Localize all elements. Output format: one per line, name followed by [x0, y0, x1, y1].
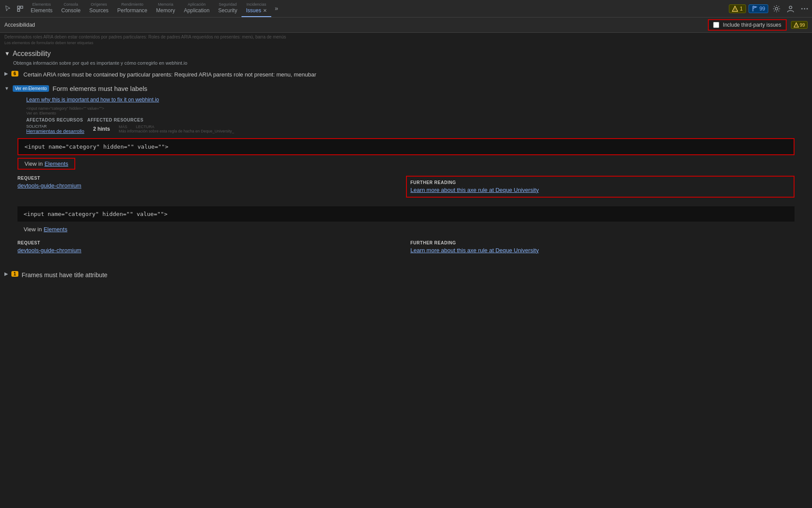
- view-in-link-1[interactable]: Elements: [45, 160, 68, 167]
- svg-point-6: [789, 6, 792, 9]
- form-badge-ver: Ver en: [15, 86, 28, 91]
- tab-security-spanish: Seguridad: [219, 2, 237, 7]
- tab-console-spanish: Consola: [64, 2, 78, 7]
- code-block-1: <input name="category" hidden="" value="…: [18, 138, 794, 155]
- request-label-1: REQUEST: [18, 176, 397, 181]
- view-in-text-2: View in: [24, 226, 42, 233]
- tab-application-english: Application: [184, 7, 210, 14]
- form-item-2: <input name="category" hidden="" value="…: [0, 206, 812, 258]
- form-labels-title: Form elements must have labels: [52, 84, 808, 93]
- issue-badge-button[interactable]: 99: [749, 4, 768, 13]
- ghost-ver-en: Ver en Elemento: [0, 111, 812, 116]
- recursos-text: RECURSOS: [56, 118, 83, 122]
- view-in-text-1: View in: [24, 160, 43, 167]
- afectados-text: AFECTADOS: [26, 118, 55, 122]
- user-button[interactable]: [785, 3, 796, 14]
- tab-memory-spanish: Memoria: [158, 2, 173, 7]
- flag-icon: [752, 6, 758, 12]
- warning-badge-button[interactable]: ! 1: [729, 4, 746, 13]
- more-tabs-icon: »: [275, 5, 278, 12]
- view-in-row-2: View in Elements: [18, 224, 794, 234]
- inspect-icon-btn[interactable]: [14, 4, 26, 13]
- learn-link[interactable]: Learn why this is important and how to f…: [26, 97, 159, 103]
- view-in-row-1: View in Elements: [18, 158, 75, 170]
- cursor-icon: [4, 5, 11, 12]
- third-party-label: Include third-party issues: [723, 22, 781, 28]
- issue-form-labels-group: ▼ Ver en Elemento Form elements must hav…: [0, 81, 812, 258]
- cursor-icon-btn[interactable]: [2, 4, 14, 13]
- top-navigation: Elementos Elements Consola Console Oríge…: [0, 0, 812, 17]
- deque-link-ghost: Más información sobre esta regla de hach…: [119, 129, 234, 133]
- aria-expand-arrow[interactable]: ▶: [4, 71, 8, 77]
- form-labels-row[interactable]: ▼ Ver en Elemento Form elements must hav…: [0, 81, 812, 96]
- subheader-warning-count: 99: [800, 22, 805, 28]
- svg-rect-2: [18, 9, 20, 11]
- tab-security[interactable]: Seguridad Security: [214, 0, 242, 17]
- tab-elements[interactable]: Elementos Elements: [26, 0, 57, 17]
- further-reading-col-1: FURTHER READING Learn more about this ax…: [406, 176, 794, 198]
- accessibility-section-header: ▼ Accessibility: [0, 46, 812, 59]
- frames-issue-row[interactable]: ▶ 1 Frames must have title attribute: [0, 268, 812, 282]
- subheader-warning-icon: !: [794, 22, 799, 28]
- warning-triangle-icon: !: [732, 6, 738, 12]
- settings-button[interactable]: [771, 3, 782, 14]
- accessibility-expand-arrow[interactable]: ▼: [4, 50, 10, 57]
- form-labels-badge: Ver en Elemento: [13, 85, 49, 92]
- tab-sources-english: Sources: [89, 7, 108, 14]
- issue-count: 99: [760, 6, 765, 12]
- tab-performance[interactable]: Rendimiento Performance: [113, 0, 152, 17]
- tab-application-spanish: Aplicación: [188, 2, 206, 7]
- two-col-1: REQUEST devtools-guide-chromium FURTHER …: [0, 171, 812, 202]
- tab-memory[interactable]: Memoria Memory: [152, 0, 179, 17]
- further-link-1[interactable]: Learn more about this axe rule at Deque …: [410, 187, 539, 193]
- aria-issue-badge: 6: [11, 71, 18, 77]
- third-party-checkbox[interactable]: [713, 22, 719, 28]
- tab-issues[interactable]: Incidencias Issues ✕: [242, 0, 271, 17]
- frames-issue-text: Frames must have title attribute: [22, 271, 808, 280]
- tab-more[interactable]: »: [271, 0, 282, 17]
- issues-content: Determinados roles ARIA deben estar cont…: [0, 33, 812, 505]
- tab-issues-close[interactable]: ✕: [263, 8, 267, 14]
- warning-count: 1: [740, 6, 743, 12]
- further-reading-col-2: FURTHER READING Learn more about this ax…: [410, 240, 794, 254]
- tab-sources-spanish: Orígenes: [91, 2, 107, 7]
- devtools-link[interactable]: Herramientas de desarrollo: [26, 129, 84, 134]
- tab-issues-spanish: Incidencias: [247, 2, 266, 7]
- nav-tabs: Elementos Elements Consola Console Oríge…: [26, 0, 729, 17]
- request-link-2[interactable]: devtools-guide-chromium: [18, 247, 81, 254]
- tab-issues-english: Issues ✕: [246, 7, 267, 14]
- tab-sources[interactable]: Orígenes Sources: [85, 0, 113, 17]
- accessibility-hint: Obtenga información sobre por qué es imp…: [0, 59, 812, 68]
- affected-resources-label: AFECTADOS RECURSOS AFFECTED RESOURCES: [0, 116, 812, 123]
- further-label-2: FURTHER READING: [410, 240, 794, 245]
- ghost-input-tag: <input name="category" hidden="" value="…: [0, 105, 812, 111]
- issue-row-aria[interactable]: ▶ 6 Certain ARIA roles must be contained…: [0, 68, 812, 81]
- gear-icon: [773, 5, 780, 13]
- ghost-text-2: Los elementos de formulario deben tener …: [4, 40, 808, 46]
- further-link-2[interactable]: Learn more about this axe rule at Deque …: [410, 247, 539, 254]
- frames-expand-arrow[interactable]: ▶: [4, 271, 8, 277]
- more-dots-icon: [801, 5, 808, 13]
- mas-lectura: MÁS LECTURA: [119, 125, 234, 129]
- solicitar-label: SOLICITAR: [26, 124, 84, 129]
- tab-application[interactable]: Aplicación Application: [179, 0, 214, 17]
- request-link-1[interactable]: devtools-guide-chromium: [18, 182, 81, 189]
- learn-link-row: Learn why this is important and how to f…: [0, 96, 812, 105]
- tab-console[interactable]: Consola Console: [57, 0, 85, 17]
- third-party-checkbox-container[interactable]: Include third-party issues: [708, 19, 786, 31]
- frames-badge: 1: [11, 271, 18, 277]
- svg-text:!: !: [735, 8, 735, 11]
- view-in-link-2[interactable]: Elements: [44, 226, 67, 233]
- tab-elements-english: Elements: [31, 7, 52, 14]
- more-options-button[interactable]: [799, 3, 810, 14]
- tab-security-english: Security: [218, 7, 237, 14]
- request-col-2: REQUEST devtools-guide-chromium: [18, 240, 402, 254]
- svg-text:!: !: [796, 24, 797, 27]
- svg-rect-0: [18, 6, 20, 8]
- svg-point-9: [807, 8, 808, 9]
- form-expand-arrow[interactable]: ▼: [4, 86, 9, 91]
- hints-count: 2 hints: [93, 126, 110, 132]
- accessibility-title: Accessibility: [13, 50, 51, 58]
- tab-memory-english: Memory: [156, 7, 175, 14]
- nav-right-buttons: ! 1 99: [729, 3, 810, 14]
